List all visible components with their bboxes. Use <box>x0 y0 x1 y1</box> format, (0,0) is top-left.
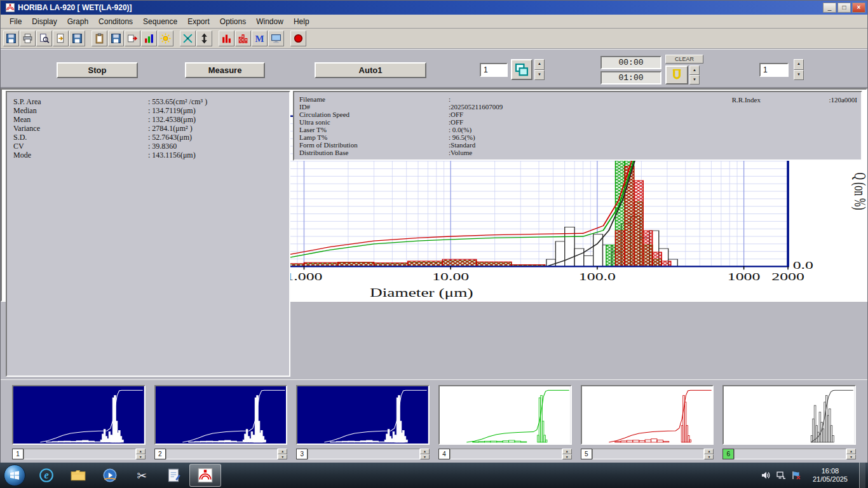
menu-file[interactable]: File <box>4 16 27 27</box>
thumbnail-number-2[interactable]: 2 <box>154 449 166 459</box>
thumbnail-spinner-2[interactable]: ▲▼ <box>278 449 287 459</box>
spinner-up-icon[interactable]: ▲ <box>278 449 287 454</box>
taskbar-horiba-la920[interactable] <box>189 464 221 487</box>
save-as-button[interactable] <box>69 30 85 46</box>
scale-adjust-button[interactable] <box>196 30 212 46</box>
info-value: :Standard <box>449 141 475 149</box>
thumbnail-chart-3[interactable] <box>296 385 430 445</box>
thumbnail-scroll-track-3[interactable] <box>308 449 420 459</box>
paste-button[interactable] <box>92 30 107 46</box>
thumbnail-spinner-5[interactable]: ▲▼ <box>704 449 714 459</box>
menu-sequence[interactable]: Sequence <box>138 16 182 27</box>
zoom-tool-button[interactable] <box>180 30 196 46</box>
thumbnail-chart-2[interactable] <box>154 385 288 445</box>
menu-window[interactable]: Window <box>251 16 288 27</box>
spinner-down-icon[interactable]: ▼ <box>534 70 545 81</box>
thumbnail-scroll-track-4[interactable] <box>450 449 562 459</box>
menu-conditons[interactable]: Conditons <box>93 16 138 27</box>
thumbnail-scroll-track-1[interactable] <box>24 449 136 459</box>
thumbnail-number-4[interactable]: 4 <box>438 449 450 459</box>
spinner-down-icon[interactable]: ▼ <box>278 454 287 460</box>
thumbnail-spinner-3[interactable]: ▲▼ <box>420 449 430 459</box>
bar-graph-button[interactable] <box>219 30 234 46</box>
thumbnail-scroll-track-6[interactable] <box>734 449 846 459</box>
spinner-up-icon[interactable]: ▲ <box>794 59 804 70</box>
ultrasonic-spinner[interactable]: ▲ ▼ <box>689 65 700 85</box>
thumbnail-scroll-track-2[interactable] <box>166 449 278 459</box>
file-explorer-icon <box>70 467 86 484</box>
repeat-count-field[interactable]: 1 <box>480 63 508 77</box>
spinner-down-icon[interactable]: ▼ <box>420 454 430 460</box>
taskbar-snipping-tool[interactable] <box>126 464 158 487</box>
save-data-button[interactable] <box>108 30 124 46</box>
record-button[interactable] <box>290 30 306 46</box>
thumbnail-chart-6[interactable] <box>722 385 856 445</box>
volume-icon[interactable] <box>761 470 771 480</box>
taskbar-journal[interactable] <box>158 464 189 487</box>
taskbar-file-explorer[interactable] <box>62 464 94 487</box>
monitor-print-button[interactable] <box>268 30 284 46</box>
spinner-down-icon[interactable]: ▼ <box>704 454 714 460</box>
sample-number-spinner[interactable]: ▲ ▼ <box>794 59 804 80</box>
menu-options[interactable]: Options <box>215 16 251 27</box>
graph-color-button[interactable] <box>141 30 157 46</box>
spinner-up-icon[interactable]: ▲ <box>136 449 146 454</box>
minimize-button[interactable]: _ <box>823 3 836 13</box>
thumbnail-number-1[interactable]: 1 <box>12 449 24 459</box>
palette-button[interactable] <box>158 30 173 46</box>
export-data-button[interactable] <box>125 30 140 46</box>
menu-export[interactable]: Export <box>182 16 215 27</box>
start-button[interactable] <box>4 464 25 486</box>
spinner-up-icon[interactable]: ▲ <box>420 449 430 454</box>
repeat-count-spinner[interactable]: ▲ ▼ <box>534 59 545 80</box>
network-icon[interactable] <box>776 470 786 480</box>
thumbnail-number-3[interactable]: 3 <box>296 449 308 459</box>
palette-icon <box>160 33 171 44</box>
thumbnail-spinner-4[interactable]: ▲▼ <box>562 449 572 459</box>
taskbar-media-player[interactable] <box>94 464 126 487</box>
memory-button[interactable] <box>252 30 268 46</box>
stop-button[interactable]: Stop <box>57 62 138 78</box>
spinner-down-icon[interactable]: ▼ <box>136 454 146 460</box>
thumbnail-scroll-track-5[interactable] <box>592 449 705 459</box>
print-button[interactable] <box>20 30 36 46</box>
title-bar[interactable]: HORIBA LA-920 [ WET(LA-920)] _ □ × <box>1 1 867 15</box>
display-mode-button[interactable] <box>511 59 532 80</box>
print-preview-button[interactable] <box>36 30 52 46</box>
spinner-up-icon[interactable]: ▲ <box>562 449 572 454</box>
info-label: Ultra sonic <box>299 118 449 126</box>
spinner-up-icon[interactable]: ▲ <box>846 449 856 454</box>
spinner-down-icon[interactable]: ▼ <box>562 454 572 460</box>
action-center-flag-icon[interactable] <box>791 470 801 480</box>
maximize-button[interactable]: □ <box>837 3 851 13</box>
clock[interactable]: 16:08 21/05/2025 <box>806 467 854 484</box>
sample-number-field[interactable]: 1 <box>759 63 789 77</box>
thumbnail-chart-4[interactable] <box>438 385 572 445</box>
bar-graph-pattern-button[interactable] <box>235 30 251 46</box>
menu-graph[interactable]: Graph <box>62 16 93 27</box>
save-button[interactable] <box>3 30 19 46</box>
menu-display[interactable]: Display <box>27 16 62 27</box>
taskbar-internet-explorer[interactable] <box>31 464 62 487</box>
show-desktop-button[interactable] <box>859 463 865 488</box>
open-template-button[interactable] <box>53 30 69 46</box>
thumbnail-spinner-1[interactable]: ▲▼ <box>136 449 146 459</box>
spinner-down-icon[interactable]: ▼ <box>689 75 700 85</box>
close-button[interactable]: × <box>852 3 865 13</box>
auto-button[interactable]: Auto1 <box>315 62 426 78</box>
spinner-down-icon[interactable]: ▼ <box>794 70 804 81</box>
spinner-up-icon[interactable]: ▲ <box>704 449 714 454</box>
thumbnail-chart-5[interactable] <box>581 385 714 445</box>
spinner-up-icon[interactable]: ▲ <box>534 59 545 70</box>
thumbnail-spinner-6[interactable]: ▲▼ <box>846 449 856 459</box>
ultrasonic-button[interactable] <box>665 65 688 85</box>
measure-button[interactable]: Measure <box>185 62 265 78</box>
thumbnail-number-6[interactable]: 6 <box>722 449 734 459</box>
menu-help[interactable]: Help <box>288 16 315 27</box>
clear-button[interactable]: CLEAR <box>665 55 703 64</box>
thumbnail-chart-1[interactable] <box>12 385 146 445</box>
internet-explorer-icon <box>38 467 55 484</box>
thumbnail-number-5[interactable]: 5 <box>581 449 592 459</box>
spinner-up-icon[interactable]: ▲ <box>689 65 700 75</box>
spinner-down-icon[interactable]: ▼ <box>846 454 856 460</box>
